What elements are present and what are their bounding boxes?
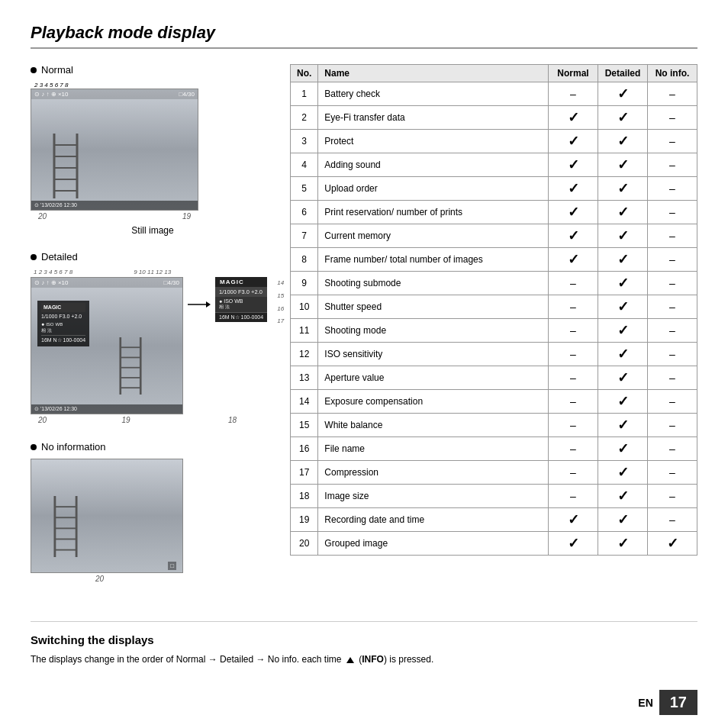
no-info-number: 20 [31,575,275,583]
detailed-cell: ✓ [598,485,648,508]
detailed-cell: ✓ [598,248,648,272]
col-header-name: Name [318,65,549,82]
row-number: 16 [291,437,318,461]
row-name: Compression [318,461,549,485]
detailed-cell: ✓ [598,508,648,532]
row-name: Grouped image [318,532,549,556]
table-row: 5Upload order✓✓– [291,177,697,201]
normal-cell: – [549,343,598,366]
detailed-top-bar: ⊙ ♪ ↑ ⊕ ×10 □4/30 [31,278,182,288]
table-row: 13Aperture value–✓– [291,366,697,390]
col-header-normal: Normal [549,65,598,82]
normal-cell: ✓ [549,532,598,556]
no-info-cell: – [648,485,697,508]
page-title: Playback mode display [31,23,697,49]
normal-cell: – [549,461,598,485]
switching-text: The displays change in the order of Norm… [31,652,697,667]
normal-cell: – [549,319,598,343]
still-image-label: Still image [31,225,275,236]
no-info-label: No information [41,441,106,453]
detailed-cell: ✓ [598,437,648,461]
detail-top-nums: 1 2 3 4 5 6 7 8 9 10 11 12 13 [31,269,351,275]
detailed-numbers-row: 20 19 18 [31,414,244,426]
no-info-cell: – [648,248,697,272]
page-num-box: 17 [659,690,697,715]
row-name: Frame number/ total number of images [318,248,549,272]
normal-cell: ✓ [549,106,598,130]
row-name: Upload order [318,177,549,201]
table-row: 2Eye-Fi transfer data✓✓– [291,106,697,130]
detailed-cell: ✓ [598,201,648,224]
bullet-dot-noinfo [31,444,37,450]
normal-cell: ✓ [549,177,598,201]
screen-bottom-bar-normal: ⊙ '13/02/26 12:30 [31,201,198,210]
normal-cell: ✓ [549,248,598,272]
col-header-no-info: No info. [648,65,697,82]
row-number: 3 [291,130,318,153]
detailed-cell: ✓ [598,343,648,366]
row-name: White balance [318,414,549,437]
side-numbers: 14 15 16 17 [277,277,284,328]
ladder-icon-noinfo [50,496,81,557]
detailed-cell: ✓ [598,153,648,177]
row-number: 8 [291,248,318,272]
row-name: Adding sound [318,153,549,177]
detailed-cell: ✓ [598,295,648,319]
switching-section: Switching the displays The displays chan… [31,621,697,667]
no-info-cell: – [648,390,697,414]
row-name: Image size [318,485,549,508]
normal-cell: – [549,390,598,414]
no-info-section: No information □ [31,441,275,583]
row-number: 6 [291,201,318,224]
detail-overlay-box: MAGIC 1/1000 F3.0 +2.0 ● ISO WB 相 法 16M … [37,301,89,346]
detailed-cell: ✓ [598,532,648,556]
row-name: Battery check [318,82,549,106]
table-row: 14Exposure compensation–✓– [291,390,697,414]
detailed-cell: ✓ [598,390,648,414]
table-row: 20Grouped image✓✓✓ [291,532,697,556]
row-name: File name [318,437,549,461]
switching-title: Switching the displays [31,633,697,646]
table-row: 3Protect✓✓– [291,130,697,153]
detailed-cell: ✓ [598,366,648,390]
detailed-right-panel: MAGIC 1/1000 F3.0 +2.0 ● ISO WB 相 法 16M … [215,277,267,322]
table-row: 15White balance–✓– [291,414,697,437]
table-row: 7Current memory✓✓– [291,224,697,248]
normal-numbers: 20 19 [31,211,198,222]
right-column: No. Name Normal Detailed No info. 1Batte… [290,64,697,598]
table-row: 4Adding sound✓✓– [291,153,697,177]
table-row: 18Image size–✓– [291,485,697,508]
detailed-cell: ✓ [598,224,648,248]
row-name: Exposure compensation [318,390,549,414]
bullet-dot-detailed [31,254,37,260]
row-number: 1 [291,82,318,106]
row-name: Shooting submode [318,272,549,295]
col-header-detailed: Detailed [598,65,648,82]
no-info-cell: ✓ [648,532,697,556]
no-info-cell: – [648,295,697,319]
screen-top-bar-normal: ⊙ ♪ ↑ ⊕ ×10 □4/30 [31,89,198,99]
normal-cell: – [549,437,598,461]
table-row: 8Frame number/ total number of images✓✓– [291,248,697,272]
detailed-cell: ✓ [598,319,648,343]
normal-cell: ✓ [549,153,598,177]
no-info-cell: – [648,319,697,343]
no-info-cell: – [648,366,697,390]
row-name: Aperture value [318,366,549,390]
normal-cell: – [549,272,598,295]
normal-cell: – [549,414,598,437]
no-info-cell: – [648,224,697,248]
no-info-cell: – [648,461,697,485]
table-row: 9Shooting submode–✓– [291,272,697,295]
normal-cell: – [549,366,598,390]
table-row: 12ISO sensitivity–✓– [291,343,697,366]
detailed-wrapper: 1 2 3 4 5 6 7 8 9 10 11 12 13 ⊙ ♪ ↑ ⊕ ×1… [31,269,351,426]
row-number: 19 [291,508,318,532]
no-info-screen: □ [31,459,183,573]
no-info-cell: – [648,106,697,130]
table-row: 1Battery check–✓– [291,82,697,106]
row-number: 20 [291,532,318,556]
no-info-cell: – [648,177,697,201]
no-info-cell: – [648,272,697,295]
no-info-cell: – [648,414,697,437]
